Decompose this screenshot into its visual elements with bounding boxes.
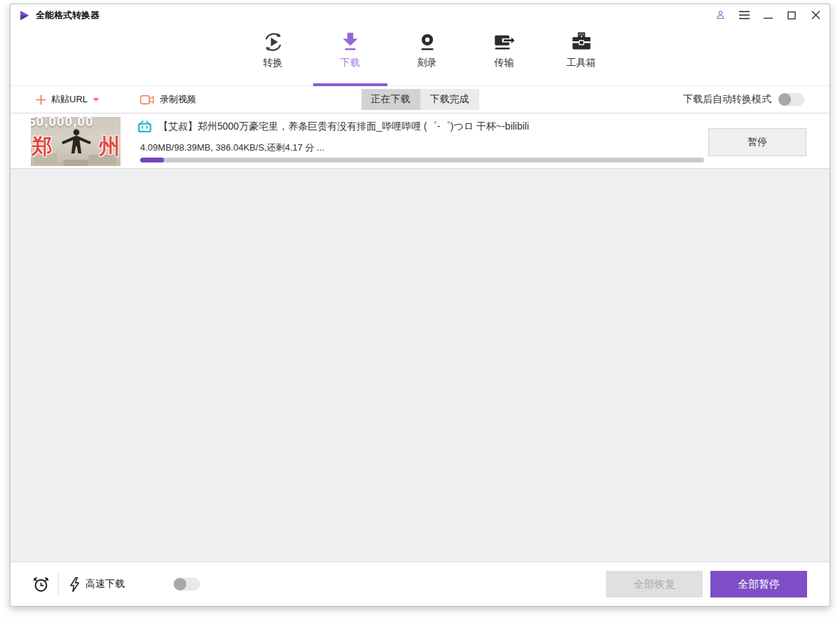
paste-url-button[interactable]: 粘贴URL bbox=[36, 93, 99, 106]
tab-download-complete[interactable]: 下载完成 bbox=[420, 89, 479, 110]
record-video-label: 录制视频 bbox=[160, 93, 196, 106]
app-window: 全能格式转换器 bbox=[10, 4, 830, 607]
plus-icon bbox=[36, 95, 46, 105]
resume-all-button[interactable]: 全部恢复 bbox=[606, 571, 703, 597]
download-progress-text: 4.09MB/98.39MB, 386.04KB/S,还剩4.17 分 ... bbox=[140, 141, 324, 154]
high-speed-toggle[interactable] bbox=[174, 578, 200, 590]
toolbox-icon bbox=[569, 29, 594, 55]
lightning-icon bbox=[70, 577, 79, 592]
auto-convert-toggle[interactable] bbox=[778, 93, 804, 106]
tab-download[interactable]: 下载 bbox=[323, 26, 378, 85]
transfer-icon bbox=[492, 29, 517, 55]
titlebar: 全能格式转换器 bbox=[11, 4, 829, 26]
thumbnail-char-left: 郑 bbox=[32, 132, 53, 161]
tab-convert[interactable]: 转换 bbox=[246, 26, 301, 85]
tab-downloading[interactable]: 正在下载 bbox=[362, 89, 420, 110]
progress-bar-fill bbox=[140, 158, 164, 163]
tab-burn[interactable]: 刻录 bbox=[400, 26, 455, 85]
tab-burn-label: 刻录 bbox=[418, 57, 437, 69]
thumbnail-char-right: 州 bbox=[99, 132, 120, 161]
pause-all-button[interactable]: 全部暂停 bbox=[710, 571, 807, 597]
pause-button[interactable]: 暂停 bbox=[708, 128, 806, 156]
convert-icon bbox=[261, 29, 286, 55]
burn-icon bbox=[415, 29, 440, 55]
download-icon bbox=[338, 29, 363, 55]
menu-icon[interactable] bbox=[738, 10, 750, 21]
toggle-knob bbox=[174, 578, 186, 590]
close-button[interactable] bbox=[810, 10, 821, 21]
schedule-clock-icon[interactable] bbox=[32, 575, 50, 593]
paste-url-label: 粘贴URL bbox=[51, 93, 88, 106]
progress-bar bbox=[140, 158, 704, 163]
download-item-row[interactable]: 50,000,00 郑 州 【艾叔】郑州5000万豪宅里，养条巨贵有没有排面_哔… bbox=[11, 113, 829, 169]
tab-download-label: 下载 bbox=[340, 57, 360, 69]
tab-transfer[interactable]: 传输 bbox=[477, 26, 532, 85]
tab-toolbox-label: 工具箱 bbox=[567, 57, 596, 69]
maximize-button[interactable] bbox=[786, 10, 797, 21]
toggle-knob bbox=[778, 93, 791, 106]
chevron-down-icon[interactable] bbox=[92, 97, 99, 102]
record-video-button[interactable]: 录制视频 bbox=[140, 93, 196, 106]
download-item-title: 【艾叔】郑州5000万豪宅里，养条巨贵有没有排面_哔哩哔哩 (゜-゜)つロ 干杯… bbox=[158, 120, 529, 133]
high-speed-download-label: 高速下载 bbox=[85, 578, 125, 590]
thumbnail-decor bbox=[63, 160, 88, 166]
person-silhouette bbox=[55, 128, 98, 160]
user-account-icon[interactable] bbox=[715, 10, 726, 21]
video-thumbnail: 50,000,00 郑 州 bbox=[31, 117, 121, 166]
download-state-tabs: 正在下载 下载完成 bbox=[362, 89, 479, 110]
camera-icon bbox=[140, 95, 154, 105]
minimize-button[interactable] bbox=[762, 10, 773, 21]
app-logo-icon bbox=[19, 10, 30, 21]
tab-transfer-label: 传输 bbox=[495, 57, 514, 69]
footer-bar: 高速下载 全部恢复 全部暂停 bbox=[11, 562, 829, 606]
app-title: 全能格式转换器 bbox=[36, 9, 99, 22]
main-nav: 转换 下载 刻录 bbox=[11, 26, 829, 86]
thumbnail-money-text: 50,000,00 bbox=[31, 117, 121, 130]
bilibili-icon bbox=[137, 120, 152, 133]
tab-toolbox[interactable]: 工具箱 bbox=[554, 26, 609, 85]
tab-convert-label: 转换 bbox=[263, 57, 283, 69]
footer-divider bbox=[58, 573, 59, 595]
download-list-empty-area bbox=[11, 169, 829, 562]
auto-convert-label: 下载后自动转换模式 bbox=[683, 93, 771, 106]
download-toolbar: 粘贴URL 录制视频 正在下载 下载完成 下载后自动转换模式 bbox=[11, 86, 829, 113]
